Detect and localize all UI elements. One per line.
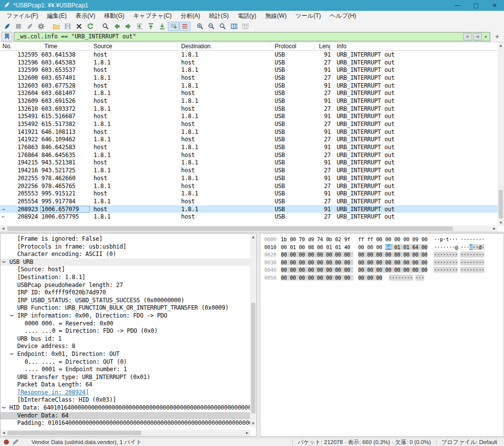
hex-byte[interactable]: 00 (376, 252, 385, 257)
capture-options-button[interactable] (35, 22, 47, 31)
packet-row[interactable]: 202256978.4657651.8.1hostUSB27URB_INTERR… (0, 182, 498, 190)
hex-byte[interactable]: 00 (308, 252, 317, 257)
detail-row[interactable]: ❯Endpoint: 0x01, Direction: OUT (0, 350, 250, 358)
hex-byte[interactable]: 00 (299, 259, 308, 265)
packet-row[interactable]: 132603603.677528host1.8.1USB91URB_INTERR… (0, 82, 498, 90)
scroll-left-arrow-icon[interactable]: ◄ (0, 225, 6, 232)
hex-byte[interactable]: 00 (344, 252, 353, 257)
hex-byte[interactable]: 00 (367, 259, 376, 265)
detail-row[interactable]: .... ...0 = Direction: FDO -> PDO (0x0) (0, 327, 250, 335)
expand-arrow-icon[interactable]: ❯ (9, 314, 14, 317)
detail-row[interactable]: ❯USB URB (0, 258, 250, 266)
hex-byte[interactable]: 00 (421, 252, 427, 257)
hex-byte[interactable]: 00 (344, 275, 353, 281)
column-header-no[interactable]: No. (0, 42, 40, 50)
hex-byte[interactable]: 00 (376, 259, 385, 265)
menu-item-8[interactable]: 無線(W) (261, 11, 291, 21)
hex-byte[interactable]: 00 (376, 244, 385, 250)
detail-row[interactable]: [bInterfaceClass: HID (0x03)] (0, 396, 250, 404)
hex-byte[interactable]: 00 (299, 267, 308, 273)
packet-row[interactable]: 205554995.9177841.8.1hostUSB27URB_INTERR… (0, 197, 498, 205)
hex-byte[interactable]: 02 (335, 236, 344, 242)
hex-byte[interactable]: d9 (308, 236, 317, 242)
detail-row[interactable]: Vendor Data: 64 (0, 412, 250, 420)
hex-byte[interactable]: 00 (281, 244, 290, 250)
hex-byte[interactable]: 00 (290, 236, 299, 242)
hex-byte[interactable]: 00 (394, 252, 403, 257)
packet-row[interactable]: 132596603.6453831.8.1hostUSB27URB_INTERR… (0, 59, 498, 66)
expand-arrow-icon[interactable]: ❯ (9, 352, 14, 355)
hex-byte[interactable]: 00 (317, 252, 326, 257)
filter-add-button[interactable]: + (492, 32, 503, 41)
details-vertical-scrollbar[interactable]: ▲ ▼ (250, 234, 256, 427)
hex-byte[interactable]: 00 (344, 259, 353, 265)
hex-byte[interactable]: 00 (385, 236, 394, 242)
hex-byte[interactable]: 00 (385, 267, 394, 273)
restart-capture-button[interactable] (24, 22, 35, 31)
hex-byte[interactable]: 00 (281, 252, 290, 257)
capture-comment-icon[interactable] (12, 439, 19, 446)
hex-byte[interactable]: 00 (317, 244, 326, 250)
hex-byte[interactable]: 00 (394, 236, 403, 242)
hex-row[interactable]: 005000 00 00 00 00 00 00 00 00 00 00····… (264, 275, 504, 283)
hex-byte[interactable]: 00 (281, 267, 290, 273)
hex-row[interactable]: 002000 00 00 00 00 00 00 00 00 00 00 00 … (264, 252, 504, 259)
hex-byte[interactable]: 00 (326, 267, 335, 273)
hex-byte[interactable]: 00 (412, 267, 421, 273)
column-header-length[interactable]: Lengtl (314, 42, 331, 50)
zoom-reset-button[interactable] (217, 22, 228, 31)
detail-row[interactable]: URB transfer type: URB_INTERRUPT (0x01) (0, 374, 250, 382)
hex-byte[interactable]: 00 (290, 259, 299, 265)
hex-byte[interactable]: 00 (367, 275, 376, 281)
menu-item-4[interactable]: キャプチャ(C) (129, 11, 176, 21)
detail-row[interactable]: [Frame is ignored: False] (0, 235, 250, 243)
hex-byte[interactable]: 0b (326, 236, 335, 242)
menu-item-9[interactable]: ツール(T) (291, 11, 325, 21)
save-file-button[interactable] (62, 22, 73, 31)
hex-byte[interactable]: 01 (403, 244, 412, 250)
menu-item-1[interactable]: 編集(E) (42, 11, 71, 21)
packet-row[interactable]: 141921646.108113host1.8.1USB91URB_INTERR… (0, 128, 498, 136)
filter-dropdown-caret[interactable]: ▾ (483, 33, 489, 40)
go-to-packet-button[interactable] (134, 22, 145, 31)
hex-byte[interactable]: 08 (308, 244, 317, 250)
column-header-destination[interactable]: Destination (177, 42, 271, 50)
menu-item-5[interactable]: 分析(A) (176, 11, 205, 21)
hex-byte[interactable]: 1b (281, 236, 290, 242)
hex-byte[interactable]: 00 (281, 275, 290, 281)
scroll-up-arrow-icon[interactable]: ▲ (498, 42, 504, 49)
hex-byte[interactable]: 01 (326, 244, 335, 250)
packet-row[interactable]: 176863846.642583host1.8.1USB91URB_INTERR… (0, 143, 498, 151)
detail-row[interactable]: 0... .... = Direction: OUT (0) (0, 358, 250, 366)
hex-byte[interactable]: 00 (308, 259, 317, 265)
hex-row[interactable]: 004000 00 00 00 00 00 00 00 00 00 00 00 … (264, 267, 504, 275)
filter-bookmark-button[interactable] (1, 32, 12, 41)
packet-row[interactable]: 132610603.6933721.8.1hostUSB27URB_INTERR… (0, 105, 498, 113)
packet-row[interactable]: 205553995.915121host1.8.1USB91URB_INTERR… (0, 190, 498, 197)
hex-byte[interactable]: 00 (290, 267, 299, 273)
packet-list-vertical-scrollbar[interactable]: ▲ ▼ (498, 42, 504, 226)
menu-item-10[interactable]: ヘルプ(H) (325, 11, 361, 21)
start-capture-button[interactable] (1, 22, 13, 31)
open-file-button[interactable] (51, 22, 62, 31)
expand-arrow-icon[interactable]: ❯ (1, 260, 6, 263)
hex-byte[interactable]: 00 (335, 275, 344, 281)
maximize-button[interactable]: ▢ (467, 0, 485, 11)
packet-row[interactable]: 135491615.516687host1.8.1USB91URB_INTERR… (0, 113, 498, 121)
close-button[interactable]: ✕ (485, 0, 504, 11)
filter-apply-button[interactable]: ➜ (473, 33, 482, 40)
detail-row[interactable]: IRP ID: 0xffff9f020b74d970 (0, 289, 250, 297)
auto-scroll-button[interactable] (168, 22, 179, 31)
packet-bytes-pane[interactable]: 00001b 00 70 d9 74 0b 02 9f ff ff 00 00 … (260, 233, 504, 437)
hex-byte[interactable]: ff (358, 236, 367, 242)
resize-columns-button[interactable] (228, 22, 240, 31)
column-header-protocol[interactable]: Protocol (271, 42, 314, 50)
hex-byte[interactable]: 00 (403, 259, 412, 265)
hex-byte[interactable]: 00 (299, 252, 308, 257)
hex-byte[interactable]: 00 (358, 267, 367, 273)
packet-row[interactable]: 208923→1006.657079host1.8.1USB91URB_INTE… (0, 205, 498, 213)
packet-row[interactable]: 132600603.6574011.8.1hostUSB27URB_INTERR… (0, 74, 498, 82)
hex-byte[interactable]: 64 (385, 244, 394, 250)
go-back-button[interactable] (111, 22, 123, 31)
hex-byte[interactable]: 64 (412, 244, 421, 250)
